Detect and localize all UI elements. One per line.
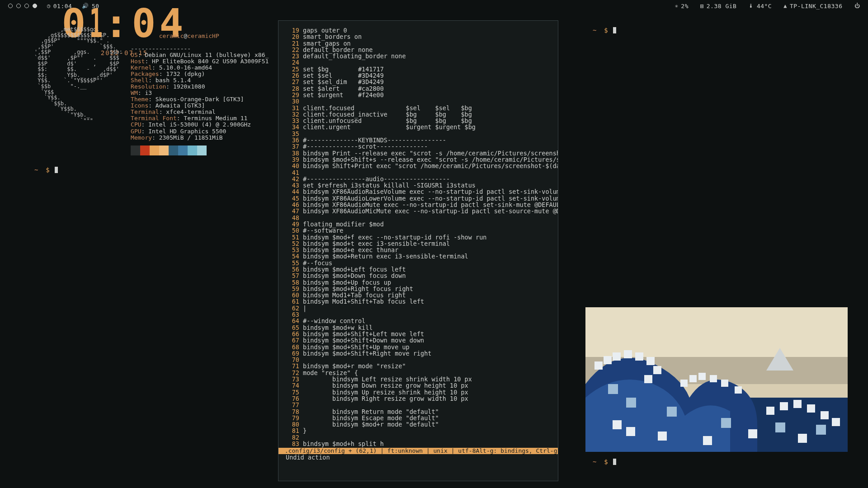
editor-line[interactable]: 75 bindsym Up resize shrink height 10 px <box>286 389 551 395</box>
editor-line[interactable]: 83bindsym $mod+h split h <box>286 441 551 447</box>
shell-prompt[interactable]: ~ $ <box>593 27 840 34</box>
terminal-right-bottom[interactable]: ~ $ <box>585 452 848 473</box>
line-number: 35 <box>286 131 299 137</box>
editor-content[interactable]: 19gaps outer 020smart_borders on21smart_… <box>286 27 551 447</box>
editor-line[interactable]: 22default_border none <box>286 47 551 53</box>
editor-line[interactable]: 77 <box>286 402 551 408</box>
editor-line[interactable]: 74 bindsym Down resize grow height 10 px <box>286 382 551 389</box>
editor-line[interactable]: 20smart_borders on <box>286 33 551 40</box>
editor-line[interactable]: 36#--------------KEYBINDS---------------… <box>286 137 551 143</box>
neofetch-row: Terminal Font: Terminus Medium 11 <box>131 115 269 122</box>
editor-line[interactable]: 34client.urgent $urgent $urgent $bg <box>286 124 551 130</box>
editor-line[interactable]: 42#----------------audio----------------… <box>286 176 551 182</box>
line-text: | <box>303 305 307 312</box>
editor-line[interactable]: 82 <box>286 434 551 441</box>
editor-line[interactable]: 28set $alert #ca2800 <box>286 85 551 92</box>
editor-line[interactable]: 29set $urgent #f24e00 <box>286 92 551 98</box>
line-number: 28 <box>286 85 299 92</box>
editor-line[interactable]: 37#--------------scrot-------------- <box>286 143 551 150</box>
editor-line[interactable]: 50#--software <box>286 227 551 234</box>
editor-line[interactable]: 73 bindsym Left resize shrink width 10 p… <box>286 376 551 382</box>
editor-line[interactable]: 38bindsym Print --release exec "scrot -s… <box>286 150 551 156</box>
editor-line[interactable]: 59bindsym $mod+Right focus right <box>286 286 551 292</box>
editor-line[interactable]: 33client.unfocused $bg $bg $bg <box>286 117 551 124</box>
line-number: 67 <box>286 337 299 343</box>
workspace-dot[interactable] <box>16 4 21 8</box>
power-icon[interactable]: ⏻ <box>854 3 860 9</box>
editor-line[interactable]: 41 <box>286 169 551 176</box>
editor-line[interactable]: 66bindsym $mod+Shift+Left move left <box>286 331 551 337</box>
shell-prompt[interactable]: ~ $ <box>34 166 269 174</box>
editor-line[interactable]: 51bindsym $mod+f exec --no-startup-id ro… <box>286 234 551 240</box>
svg-rect-16 <box>710 375 717 382</box>
editor-line[interactable]: 80 bindsym $mod+r mode "default" <box>286 421 551 427</box>
prompt-symbol: $ <box>46 166 49 174</box>
line-number: 54 <box>286 253 299 259</box>
editor-line[interactable]: 48 <box>286 215 551 221</box>
line-number: 73 <box>286 376 299 382</box>
editor-line[interactable]: 27set $sel_dim #3D4249 <box>286 79 551 85</box>
editor-line[interactable]: 69bindsym $mod+Shift+Right move right <box>286 350 551 357</box>
workspace-dot[interactable] <box>24 4 29 8</box>
editor-line[interactable]: 54bindsym $mod+Return exec i3-sensible-t… <box>286 253 551 259</box>
editor-line[interactable]: 68bindsym $mod+Shift+Up move up <box>286 344 551 350</box>
editor-line[interactable]: 57bindsym $mod+Down focus down <box>286 272 551 279</box>
terminal-neofetch[interactable]: _,met$$$$$gg. ,g$$$$$$$$$$$$$$$P. ,g$$P"… <box>27 20 276 174</box>
editor-line[interactable]: 67bindsym $mod+Shift+Down move down <box>286 337 551 343</box>
editor-line[interactable]: 53bindsym $mod+e exec thunar <box>286 247 551 253</box>
editor-line[interactable]: 46bindsym XF86AudioMute exec --no-startu… <box>286 202 551 208</box>
editor-line[interactable]: 65bindsym $mod+w kill <box>286 324 551 331</box>
editor-line[interactable]: 49floating_modifier $mod <box>286 221 551 227</box>
image-viewer[interactable] <box>585 307 848 452</box>
editor-line[interactable]: 56bindsym $mod+Left focus left <box>286 266 551 272</box>
bar-wifi-value: TP-LINK_C18336 <box>790 3 843 9</box>
editor-line[interactable]: 39bindsym $mod+Shift+s --release exec "s… <box>286 156 551 163</box>
editor-line[interactable]: 45bindsym XF86AudioLowerVolume exec --no… <box>286 195 551 202</box>
bar-cpu: ✳ 2% <box>675 3 689 9</box>
editor-line[interactable]: 43set $refresh_i3status killall -SIGUSR1… <box>286 182 551 188</box>
editor-line[interactable]: 63 <box>286 311 551 318</box>
line-number: 40 <box>286 163 299 169</box>
neofetch-row: Host: HP EliteBook 840 G2 US90 A3009F51 <box>131 58 269 65</box>
color-swatch <box>197 145 207 155</box>
editor-line[interactable]: 24 <box>286 59 551 66</box>
editor-line[interactable]: 40bindsym Shift+Print exec "scrot /home/… <box>286 163 551 169</box>
editor-line[interactable]: 70 <box>286 357 551 363</box>
workspace-indicator[interactable] <box>8 4 37 8</box>
editor-line[interactable]: 61bindsym Mod1+Shift+Tab focus left <box>286 298 551 305</box>
editor-line[interactable]: 60bindsym Mod1+Tab focus right <box>286 292 551 298</box>
editor-line[interactable]: 44bindsym XF86AudioRaiseVolume exec --no… <box>286 188 551 195</box>
editor-line[interactable]: 64#--window control <box>286 318 551 324</box>
editor-line[interactable]: 78 bindsym Return mode "default" <box>286 408 551 415</box>
line-number: 39 <box>286 156 299 163</box>
editor-line[interactable]: 79 bindsym Escape mode "default" <box>286 415 551 421</box>
editor-line[interactable]: 19gaps outer 0 <box>286 27 551 33</box>
editor-line[interactable]: 32client.focused_inactive $bg $bg $bg <box>286 111 551 117</box>
terminal-right-top[interactable]: ~ $ <box>585 20 848 296</box>
workspace-dot[interactable] <box>33 4 37 8</box>
editor-line[interactable]: 81} <box>286 427 551 434</box>
workspace-dot[interactable] <box>8 4 13 8</box>
editor-line[interactable]: 35 <box>286 131 551 137</box>
bar-power[interactable]: ⏻ <box>854 3 860 9</box>
line-number: 32 <box>286 111 299 117</box>
editor-line[interactable]: 21smart_gaps on <box>286 40 551 47</box>
svg-rect-22 <box>807 404 815 413</box>
line-number: 78 <box>286 408 299 415</box>
editor-line[interactable]: 47bindsym XF86AudioMicMute exec --no-sta… <box>286 208 551 214</box>
editor-line[interactable]: 58bindsym $mod+Up focus up <box>286 279 551 286</box>
editor-line[interactable]: 52bindsym $mod+t exec i3-sensible-termin… <box>286 240 551 247</box>
editor-line[interactable]: 71bindsym $mod+r mode "resize" <box>286 363 551 369</box>
editor-line[interactable]: 55#--focus <box>286 260 551 266</box>
line-number: 27 <box>286 79 299 85</box>
text-editor[interactable]: 19gaps outer 020smart_borders on21smart_… <box>278 20 558 481</box>
shell-prompt[interactable]: ~ $ <box>593 458 840 465</box>
editor-line[interactable]: 25set $bg #141717 <box>286 66 551 72</box>
editor-line[interactable]: 30 <box>286 98 551 104</box>
editor-line[interactable]: 31client.focused $sel $sel $bg <box>286 105 551 111</box>
editor-line[interactable]: 62| <box>286 305 551 311</box>
editor-line[interactable]: 72mode "resize" { <box>286 370 551 376</box>
editor-line[interactable]: 26set $sel #3D4249 <box>286 72 551 79</box>
editor-line[interactable]: 76 bindsym Right resize grow width 10 px <box>286 395 551 402</box>
editor-line[interactable]: 23default_floating_border none <box>286 53 551 59</box>
